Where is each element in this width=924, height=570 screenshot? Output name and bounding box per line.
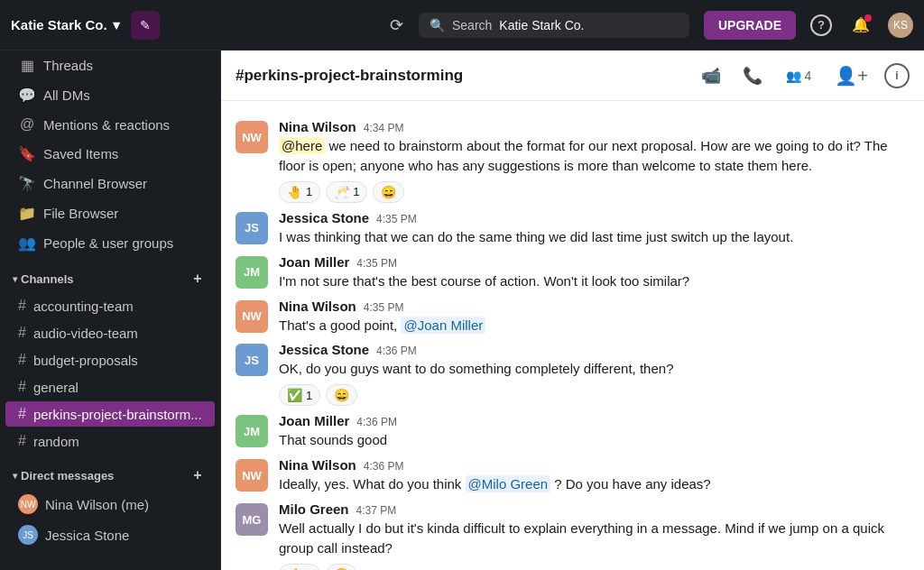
info-button[interactable]: i (884, 63, 910, 88)
mention-user: @Joan Miller (401, 317, 485, 334)
channel-item-general[interactable]: # general (5, 374, 215, 400)
message-avatar: JS (236, 212, 268, 244)
members-button[interactable]: 👥 4 (779, 65, 819, 87)
reaction-button[interactable]: 🤚1 (279, 181, 320, 203)
channel-browser-icon: 🔭 (18, 175, 36, 192)
add-member-button[interactable]: 👤+ (829, 61, 873, 90)
message-avatar: JM (236, 415, 268, 447)
dm-chevron-icon: ▾ (13, 471, 17, 481)
channel-label: perkins-project-brainstorm... (33, 407, 202, 422)
message-7: NWNina Wilson4:36 PMIdeally, yes. What d… (221, 454, 924, 498)
sidebar-item-people[interactable]: 👥 People & user groups (5, 229, 215, 257)
channel-item-accounting-team[interactable]: # accounting-team (5, 293, 215, 318)
message-content: Jessica Stone4:36 PMOK, do you guys want… (279, 342, 910, 406)
add-channel-button[interactable]: + (188, 269, 208, 289)
message-6: JMJoan Miller4:36 PMThat sounds good (221, 409, 924, 454)
channel-item-budget-proposals[interactable]: # budget-proposals (5, 347, 215, 372)
notification-button[interactable]: 🔔 (846, 11, 875, 40)
compose-button[interactable]: ✎ (131, 11, 160, 40)
reactions-bar: 🤚1🥂1😄 (279, 181, 910, 203)
dm-label-nina: Nina Wilson (me) (45, 497, 149, 512)
member-count: 4 (805, 69, 812, 83)
message-1: NWNina Wilson4:34 PM@here we need to bra… (221, 115, 924, 207)
channels-section-header[interactable]: ▾ Channels + (0, 262, 220, 292)
message-avatar: MG (236, 503, 268, 536)
reaction-button[interactable]: 😄 (326, 564, 357, 570)
reaction-button[interactable]: 😄 (326, 384, 357, 406)
help-button[interactable]: ? (807, 11, 836, 40)
channel-item-audio-video-team[interactable]: # audio-video-team (5, 320, 215, 345)
call-button[interactable]: 📞 (737, 62, 768, 89)
channel-label: budget-proposals (33, 353, 138, 368)
sidebar-item-label-saved: Saved Items (43, 146, 202, 161)
sidebar-item-mentions[interactable]: @ Mentions & reactions (5, 111, 215, 138)
message-header: Joan Miller4:35 PM (279, 254, 910, 270)
workspace-chevron-icon: ▾ (113, 17, 120, 33)
message-header: Jessica Stone4:36 PM (279, 342, 910, 357)
channel-item-random[interactable]: # random (5, 428, 215, 454)
sidebar-item-label-channel-browser: Channel Browser (43, 176, 202, 191)
message-author: Nina Wilson (279, 457, 356, 473)
channel-label: random (33, 434, 79, 449)
reaction-button[interactable]: 🥂1 (326, 181, 367, 203)
hash-icon: # (18, 379, 26, 395)
message-avatar: NW (236, 300, 268, 333)
message-2: JSJessica Stone4:35 PMI was thinking tha… (221, 207, 924, 251)
sidebar-item-label-threads: Threads (43, 58, 202, 73)
upgrade-button[interactable]: UPGRADE (704, 11, 796, 40)
message-content: Nina Wilson4:36 PMIdeally, yes. What do … (279, 457, 910, 494)
channels-section-label: Channels (21, 272, 74, 286)
sidebar-item-saved[interactable]: 🔖 Saved Items (5, 140, 215, 168)
message-header: Nina Wilson4:35 PM (279, 299, 910, 314)
message-content: Jessica Stone4:35 PMI was thinking that … (279, 210, 910, 247)
video-button[interactable]: 📹 (696, 62, 726, 89)
sidebar-item-file-browser[interactable]: 📁 File Browser (5, 199, 215, 227)
message-avatar: NW (236, 459, 268, 492)
dm-label-jessica: Jessica Stone (45, 528, 129, 543)
message-content: Nina Wilson4:35 PMThat's a good point, @… (279, 299, 910, 336)
message-text: That sounds good (279, 430, 910, 450)
search-icon: 🔍 (430, 18, 445, 32)
reaction-button[interactable]: 😄 (373, 181, 404, 203)
reaction-button[interactable]: 👍3 (279, 564, 320, 570)
dm-item-nina[interactable]: NW Nina Wilson (me) (5, 490, 215, 519)
info-icon: i (895, 69, 898, 82)
dm-item-jessica[interactable]: JS Jessica Stone (5, 520, 215, 549)
message-text: Well actually I do but it's kinda diffic… (279, 519, 910, 558)
main-layout: ▦ Threads 💬 All DMs @ Mentions & reactio… (0, 51, 924, 570)
channel-item-perkins[interactable]: # perkins-project-brainstorm... (5, 401, 215, 427)
avatar-label: KS (893, 19, 908, 32)
message-4: NWNina Wilson4:35 PMThat's a good point,… (221, 295, 924, 339)
message-time: 4:35 PM (364, 301, 404, 314)
help-icon: ? (810, 14, 832, 36)
channels-chevron-icon: ▾ (13, 274, 17, 284)
dm-section-label: Direct messages (21, 469, 114, 483)
add-dm-button[interactable]: + (188, 465, 208, 485)
reaction-emoji: 😄 (334, 388, 349, 402)
message-content: Nina Wilson4:34 PM@here we need to brain… (279, 119, 910, 203)
message-author: Nina Wilson (279, 299, 356, 314)
message-time: 4:36 PM (356, 416, 397, 428)
chat-header: #perkins-project-brainstorming 📹 📞 👥 4 👤… (221, 51, 924, 101)
sidebar-item-all-dms[interactable]: 💬 All DMs (5, 81, 215, 109)
sidebar-item-label-mentions: Mentions & reactions (43, 117, 202, 133)
workspace-selector[interactable]: Katie Stark Co. ▾ (11, 17, 120, 33)
message-avatar: JS (236, 344, 268, 376)
sidebar-item-channel-browser[interactable]: 🔭 Channel Browser (5, 170, 215, 198)
message-avatar: JM (236, 256, 268, 289)
user-avatar[interactable]: KS (888, 13, 913, 38)
message-content: Joan Miller4:35 PMI'm not sure that's th… (279, 254, 910, 291)
history-button[interactable]: ⟳ (383, 11, 411, 40)
reaction-button[interactable]: ✅1 (279, 384, 320, 406)
sidebar-item-threads[interactable]: ▦ Threads (5, 51, 215, 79)
message-text: That's a good point, @Joan Miller (279, 316, 910, 336)
message-author: Joan Miller (279, 413, 349, 428)
message-header: Milo Green4:37 PM (279, 501, 910, 517)
message-header: Joan Miller4:36 PM (279, 413, 910, 428)
dm-section-header[interactable]: ▾ Direct messages + (0, 458, 220, 489)
search-bar[interactable]: 🔍 Search Katie Stark Co. (419, 13, 689, 38)
add-person-icon: 👤+ (835, 66, 868, 86)
search-label: Search (452, 18, 492, 32)
reaction-count: 1 (306, 389, 312, 402)
message-time: 4:35 PM (356, 257, 397, 270)
